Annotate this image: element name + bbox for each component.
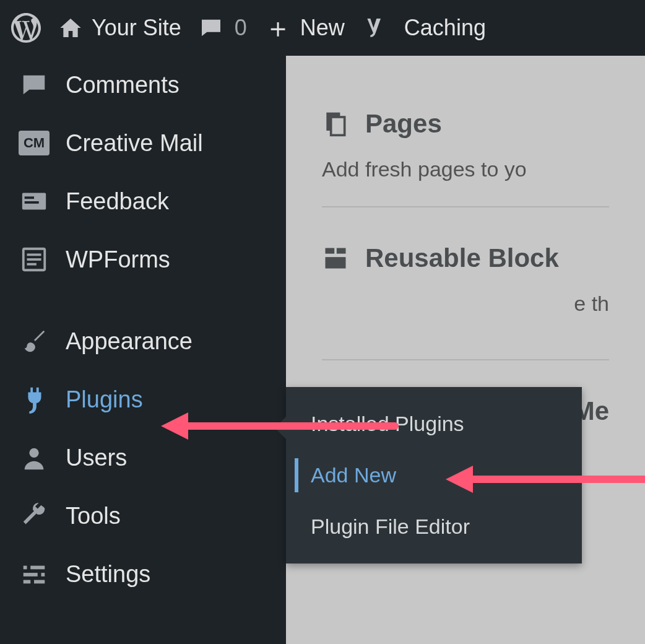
section-desc: e th xyxy=(322,292,609,316)
sidebar-item-tools[interactable]: Tools xyxy=(0,487,286,545)
sidebar-item-users[interactable]: Users xyxy=(0,429,286,487)
submenu-item-label: Plugin File Editor xyxy=(311,515,470,538)
comment-icon xyxy=(19,69,50,100)
adminbar-new-label: New xyxy=(300,15,345,41)
admin-bar: Your Site 0 ＋ New Caching xyxy=(0,0,645,56)
svg-rect-8 xyxy=(24,566,45,570)
submenu-item-label: Add New xyxy=(311,463,396,487)
svg-rect-4 xyxy=(27,253,41,256)
plug-icon xyxy=(19,384,50,415)
svg-rect-11 xyxy=(27,564,31,572)
adminbar-comments[interactable]: 0 xyxy=(199,15,247,41)
svg-rect-5 xyxy=(27,258,41,261)
submenu-plugin-file-editor[interactable]: Plugin File Editor xyxy=(286,501,582,552)
sidebar-item-plugins[interactable]: Plugins xyxy=(0,370,286,429)
sidebar-item-comments[interactable]: Comments xyxy=(0,56,286,114)
sidebar-item-label: Users xyxy=(66,445,127,471)
comment-icon xyxy=(199,15,223,40)
sidebar-item-settings[interactable]: Settings xyxy=(0,545,286,603)
sidebar-item-label: Feedback xyxy=(66,188,169,215)
svg-rect-16 xyxy=(326,248,335,254)
pages-icon xyxy=(322,110,349,137)
sidebar-item-label: Creative Mail xyxy=(66,130,203,157)
sidebar-item-label: Comments xyxy=(66,72,180,98)
cm-icon: CM xyxy=(19,128,50,159)
sidebar-item-wpforms[interactable]: WPForms xyxy=(0,230,286,289)
blocks-icon xyxy=(322,245,349,272)
section-desc: Add fresh pages to yo xyxy=(322,157,609,181)
section-title: Pages xyxy=(365,109,442,139)
yoast-icon xyxy=(362,15,387,40)
sliders-icon xyxy=(19,559,50,590)
plus-icon: ＋ xyxy=(264,14,292,41)
section-title: Reusable Block xyxy=(365,243,559,273)
section-pages: Pages Add fresh pages to yo xyxy=(322,109,609,206)
sidebar-item-label: Tools xyxy=(66,503,121,529)
submenu-installed-plugins[interactable]: Installed Plugins xyxy=(286,398,582,450)
admin-sidebar: Comments CM Creative Mail Feedback WPFor… xyxy=(0,56,286,644)
wordpress-logo[interactable] xyxy=(11,13,41,43)
home-icon xyxy=(58,15,83,40)
svg-rect-13 xyxy=(30,578,34,586)
svg-point-7 xyxy=(29,448,38,458)
adminbar-caching[interactable]: Caching xyxy=(404,15,486,41)
wpforms-icon xyxy=(19,244,50,275)
sidebar-item-label: Appearance xyxy=(66,328,193,355)
wordpress-icon xyxy=(11,13,41,43)
plugins-submenu: Installed Plugins Add New Plugin File Ed… xyxy=(286,387,582,564)
adminbar-site-name: Your Site xyxy=(92,15,181,41)
sidebar-item-feedback[interactable]: Feedback xyxy=(0,172,286,230)
svg-rect-9 xyxy=(24,573,45,577)
sidebar-item-label: WPForms xyxy=(66,246,170,273)
brush-icon xyxy=(19,326,50,357)
sidebar-separator xyxy=(0,289,286,312)
section-reusable-blocks: Reusable Block e th xyxy=(322,206,609,341)
svg-rect-12 xyxy=(38,570,41,578)
sidebar-item-label: Plugins xyxy=(66,386,143,413)
svg-rect-17 xyxy=(337,248,346,254)
svg-rect-15 xyxy=(331,117,345,135)
adminbar-new[interactable]: ＋ New xyxy=(264,14,345,41)
sidebar-item-creative-mail[interactable]: CM Creative Mail xyxy=(0,114,286,172)
svg-rect-1 xyxy=(25,196,34,199)
svg-rect-6 xyxy=(27,263,37,266)
sidebar-item-label: Settings xyxy=(66,561,150,588)
user-icon xyxy=(19,442,50,473)
svg-rect-18 xyxy=(326,257,346,268)
feedback-icon xyxy=(19,186,50,217)
adminbar-site-home[interactable]: Your Site xyxy=(58,15,181,41)
adminbar-caching-label: Caching xyxy=(404,15,486,41)
wrench-icon xyxy=(19,500,50,531)
svg-rect-2 xyxy=(25,201,39,204)
submenu-add-new[interactable]: Add New xyxy=(286,450,582,501)
adminbar-yoast[interactable] xyxy=(362,15,387,40)
sidebar-item-appearance[interactable]: Appearance xyxy=(0,312,286,370)
adminbar-comments-count: 0 xyxy=(235,15,247,41)
submenu-item-label: Installed Plugins xyxy=(311,412,464,435)
